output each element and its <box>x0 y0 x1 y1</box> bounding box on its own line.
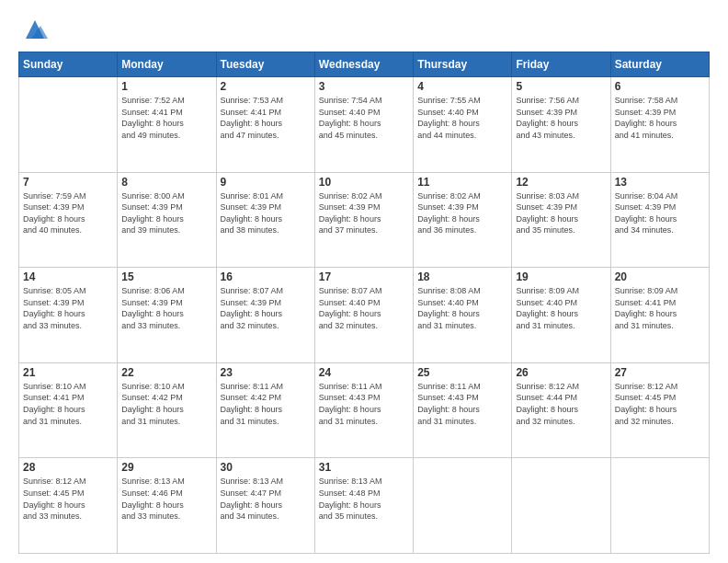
day-number: 12 <box>516 176 606 189</box>
day-number: 2 <box>221 80 311 93</box>
day-info: Sunrise: 8:01 AM Sunset: 4:39 PM Dayligh… <box>221 190 311 236</box>
day-info: Sunrise: 8:13 AM Sunset: 4:47 PM Dayligh… <box>221 476 311 522</box>
day-cell: 3Sunrise: 7:54 AM Sunset: 4:40 PM Daylig… <box>314 77 413 173</box>
day-number: 8 <box>121 176 211 189</box>
day-info: Sunrise: 8:11 AM Sunset: 4:43 PM Dayligh… <box>319 381 409 427</box>
day-info: Sunrise: 8:10 AM Sunset: 4:42 PM Dayligh… <box>121 381 211 427</box>
day-cell <box>414 458 512 554</box>
weekday-header-thursday: Thursday <box>414 52 512 77</box>
day-info: Sunrise: 8:04 AM Sunset: 4:39 PM Dayligh… <box>615 190 705 236</box>
weekday-header-saturday: Saturday <box>610 52 709 77</box>
day-cell: 22Sunrise: 8:10 AM Sunset: 4:42 PM Dayli… <box>118 362 216 458</box>
day-info: Sunrise: 7:53 AM Sunset: 4:41 PM Dayligh… <box>221 95 311 141</box>
day-info: Sunrise: 8:08 AM Sunset: 4:40 PM Dayligh… <box>417 285 507 331</box>
day-number: 3 <box>319 80 409 93</box>
day-info: Sunrise: 8:11 AM Sunset: 4:42 PM Dayligh… <box>221 381 311 427</box>
day-number: 29 <box>121 461 211 474</box>
day-cell: 28Sunrise: 8:12 AM Sunset: 4:45 PM Dayli… <box>19 458 118 554</box>
day-info: Sunrise: 8:13 AM Sunset: 4:48 PM Dayligh… <box>319 476 409 522</box>
day-number: 9 <box>221 176 311 189</box>
page: SundayMondayTuesdayWednesdayThursdayFrid… <box>0 0 728 563</box>
day-cell: 9Sunrise: 8:01 AM Sunset: 4:39 PM Daylig… <box>216 172 314 268</box>
weekday-header-wednesday: Wednesday <box>314 52 413 77</box>
day-number: 21 <box>23 366 113 379</box>
day-cell: 18Sunrise: 8:08 AM Sunset: 4:40 PM Dayli… <box>414 268 512 363</box>
day-number: 13 <box>615 176 705 189</box>
calendar-table: SundayMondayTuesdayWednesdayThursdayFrid… <box>18 52 710 554</box>
logo <box>18 17 48 42</box>
day-cell: 6Sunrise: 7:58 AM Sunset: 4:39 PM Daylig… <box>610 77 709 173</box>
day-cell: 17Sunrise: 8:07 AM Sunset: 4:40 PM Dayli… <box>314 268 413 363</box>
day-number: 30 <box>221 461 311 474</box>
day-info: Sunrise: 8:13 AM Sunset: 4:46 PM Dayligh… <box>121 476 211 522</box>
day-number: 24 <box>319 366 409 379</box>
day-info: Sunrise: 8:05 AM Sunset: 4:39 PM Dayligh… <box>23 285 113 331</box>
day-info: Sunrise: 7:56 AM Sunset: 4:39 PM Dayligh… <box>516 95 606 141</box>
day-number: 7 <box>23 176 113 189</box>
logo-icon <box>22 17 48 42</box>
day-info: Sunrise: 8:09 AM Sunset: 4:40 PM Dayligh… <box>516 285 606 331</box>
day-cell: 11Sunrise: 8:02 AM Sunset: 4:39 PM Dayli… <box>414 172 512 268</box>
day-cell: 10Sunrise: 8:02 AM Sunset: 4:39 PM Dayli… <box>314 172 413 268</box>
day-info: Sunrise: 7:54 AM Sunset: 4:40 PM Dayligh… <box>319 95 409 141</box>
day-cell: 25Sunrise: 8:11 AM Sunset: 4:43 PM Dayli… <box>414 362 512 458</box>
day-info: Sunrise: 8:00 AM Sunset: 4:39 PM Dayligh… <box>121 190 211 236</box>
day-number: 15 <box>121 270 211 283</box>
weekday-header-monday: Monday <box>118 52 216 77</box>
day-cell: 1Sunrise: 7:52 AM Sunset: 4:41 PM Daylig… <box>118 77 216 173</box>
weekday-header-row: SundayMondayTuesdayWednesdayThursdayFrid… <box>19 52 710 77</box>
weekday-header-sunday: Sunday <box>19 52 118 77</box>
day-number: 14 <box>23 270 113 283</box>
day-cell: 31Sunrise: 8:13 AM Sunset: 4:48 PM Dayli… <box>314 458 413 554</box>
day-number: 26 <box>516 366 606 379</box>
header <box>18 17 710 42</box>
week-row-5: 28Sunrise: 8:12 AM Sunset: 4:45 PM Dayli… <box>19 458 710 554</box>
day-info: Sunrise: 8:12 AM Sunset: 4:45 PM Dayligh… <box>615 381 705 427</box>
day-cell: 5Sunrise: 7:56 AM Sunset: 4:39 PM Daylig… <box>512 77 610 173</box>
week-row-3: 14Sunrise: 8:05 AM Sunset: 4:39 PM Dayli… <box>19 268 710 363</box>
day-cell: 15Sunrise: 8:06 AM Sunset: 4:39 PM Dayli… <box>118 268 216 363</box>
day-cell <box>19 77 118 173</box>
day-info: Sunrise: 8:09 AM Sunset: 4:41 PM Dayligh… <box>615 285 705 331</box>
day-number: 11 <box>417 176 507 189</box>
day-cell: 19Sunrise: 8:09 AM Sunset: 4:40 PM Dayli… <box>512 268 610 363</box>
day-cell: 29Sunrise: 8:13 AM Sunset: 4:46 PM Dayli… <box>118 458 216 554</box>
day-number: 28 <box>23 461 113 474</box>
day-number: 25 <box>417 366 507 379</box>
day-cell: 30Sunrise: 8:13 AM Sunset: 4:47 PM Dayli… <box>216 458 314 554</box>
day-number: 27 <box>615 366 705 379</box>
week-row-4: 21Sunrise: 8:10 AM Sunset: 4:41 PM Dayli… <box>19 362 710 458</box>
day-number: 16 <box>221 270 311 283</box>
weekday-header-tuesday: Tuesday <box>216 52 314 77</box>
day-cell: 23Sunrise: 8:11 AM Sunset: 4:42 PM Dayli… <box>216 362 314 458</box>
day-cell <box>610 458 709 554</box>
day-cell: 27Sunrise: 8:12 AM Sunset: 4:45 PM Dayli… <box>610 362 709 458</box>
day-info: Sunrise: 8:02 AM Sunset: 4:39 PM Dayligh… <box>319 190 409 236</box>
day-cell: 7Sunrise: 7:59 AM Sunset: 4:39 PM Daylig… <box>19 172 118 268</box>
day-cell: 12Sunrise: 8:03 AM Sunset: 4:39 PM Dayli… <box>512 172 610 268</box>
day-number: 17 <box>319 270 409 283</box>
day-info: Sunrise: 8:10 AM Sunset: 4:41 PM Dayligh… <box>23 381 113 427</box>
day-cell: 24Sunrise: 8:11 AM Sunset: 4:43 PM Dayli… <box>314 362 413 458</box>
day-cell: 16Sunrise: 8:07 AM Sunset: 4:39 PM Dayli… <box>216 268 314 363</box>
day-info: Sunrise: 8:02 AM Sunset: 4:39 PM Dayligh… <box>417 190 507 236</box>
day-cell: 21Sunrise: 8:10 AM Sunset: 4:41 PM Dayli… <box>19 362 118 458</box>
day-cell: 20Sunrise: 8:09 AM Sunset: 4:41 PM Dayli… <box>610 268 709 363</box>
day-cell <box>512 458 610 554</box>
day-cell: 2Sunrise: 7:53 AM Sunset: 4:41 PM Daylig… <box>216 77 314 173</box>
day-number: 18 <box>417 270 507 283</box>
day-info: Sunrise: 8:12 AM Sunset: 4:44 PM Dayligh… <box>516 381 606 427</box>
day-cell: 13Sunrise: 8:04 AM Sunset: 4:39 PM Dayli… <box>610 172 709 268</box>
day-info: Sunrise: 7:58 AM Sunset: 4:39 PM Dayligh… <box>615 95 705 141</box>
day-cell: 14Sunrise: 8:05 AM Sunset: 4:39 PM Dayli… <box>19 268 118 363</box>
day-number: 6 <box>615 80 705 93</box>
week-row-1: 1Sunrise: 7:52 AM Sunset: 4:41 PM Daylig… <box>19 77 710 173</box>
day-number: 4 <box>417 80 507 93</box>
day-number: 5 <box>516 80 606 93</box>
day-info: Sunrise: 8:07 AM Sunset: 4:40 PM Dayligh… <box>319 285 409 331</box>
day-info: Sunrise: 7:59 AM Sunset: 4:39 PM Dayligh… <box>23 190 113 236</box>
day-number: 10 <box>319 176 409 189</box>
week-row-2: 7Sunrise: 7:59 AM Sunset: 4:39 PM Daylig… <box>19 172 710 268</box>
day-cell: 26Sunrise: 8:12 AM Sunset: 4:44 PM Dayli… <box>512 362 610 458</box>
weekday-header-friday: Friday <box>512 52 610 77</box>
